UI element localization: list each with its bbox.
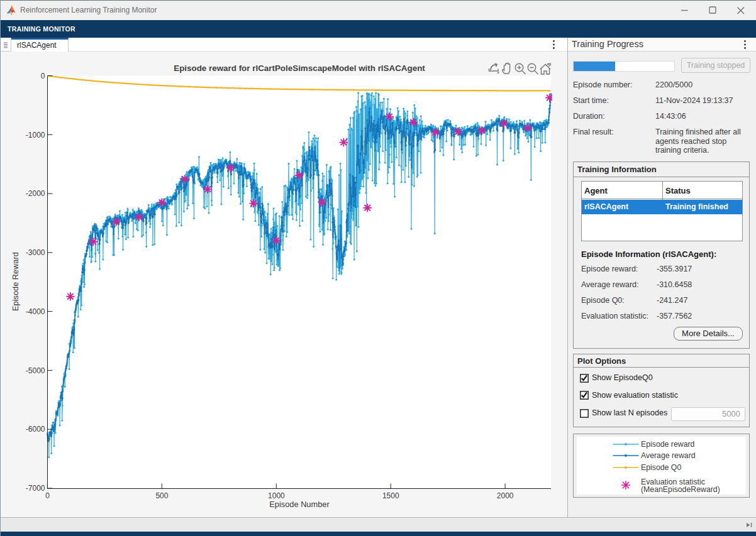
svg-text:-5000: -5000 xyxy=(26,366,45,375)
svg-text:0: 0 xyxy=(41,72,45,80)
svg-text:500: 500 xyxy=(155,491,168,500)
svg-text:0: 0 xyxy=(45,491,50,500)
svg-text:-7000: -7000 xyxy=(26,484,45,493)
svg-text:Average reward: Average reward xyxy=(641,451,696,460)
svg-text:2000: 2000 xyxy=(497,491,514,500)
svg-text:Episode Number: Episode Number xyxy=(269,500,330,509)
svg-text:Episode Q0: Episode Q0 xyxy=(641,463,681,472)
svg-text:(MeanEpisodeReward): (MeanEpisodeReward) xyxy=(641,485,720,494)
svg-text:Episode reward for rlCartPoleS: Episode reward for rlCartPoleSimscapeMod… xyxy=(174,63,425,73)
svg-text:1500: 1500 xyxy=(382,491,399,500)
svg-text:-3000: -3000 xyxy=(26,248,45,257)
svg-text:-2000: -2000 xyxy=(26,189,45,198)
svg-text:-4000: -4000 xyxy=(26,307,45,316)
svg-text:-6000: -6000 xyxy=(26,425,45,434)
svg-text:Episode reward: Episode reward xyxy=(641,440,695,449)
svg-text:-1000: -1000 xyxy=(26,131,45,139)
svg-text:Episode Reward: Episode Reward xyxy=(11,252,20,311)
